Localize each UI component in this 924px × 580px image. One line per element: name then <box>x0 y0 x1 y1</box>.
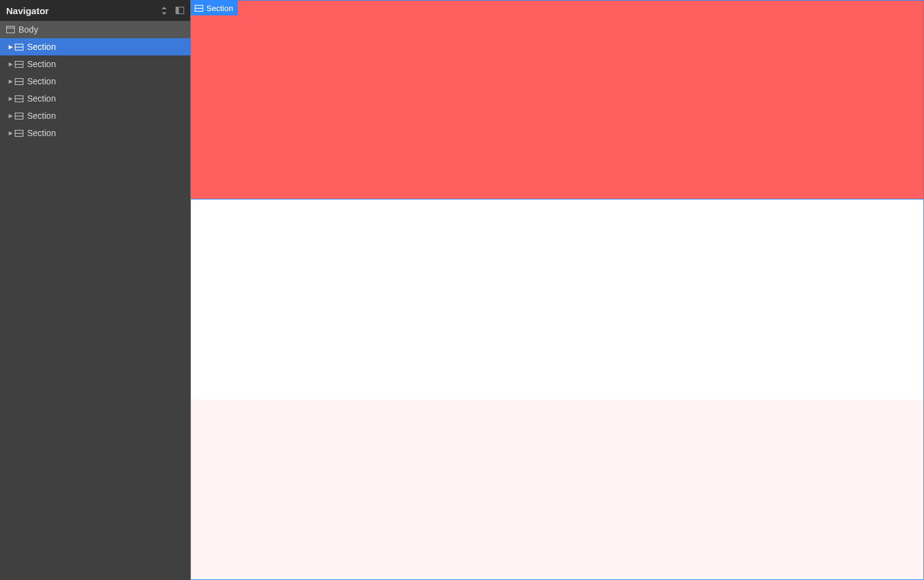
collapse-all-icon[interactable] <box>160 7 168 15</box>
tree-section-label: Section <box>27 42 56 52</box>
expand-icon[interactable]: ▶ <box>7 78 14 84</box>
expand-icon[interactable]: ▶ <box>7 113 14 119</box>
section-icon <box>15 78 23 85</box>
canvas-sections: Section <box>191 1 923 579</box>
navigator-title: Navigator <box>6 6 49 16</box>
tree-section-row-0[interactable]: ▶ Section <box>0 38 190 55</box>
tree-section-row-1[interactable]: ▶ Section <box>0 55 190 73</box>
navigator-header: Navigator <box>0 0 190 21</box>
selection-label-tab[interactable]: Section <box>191 1 238 15</box>
expand-icon[interactable]: ▶ <box>7 61 14 67</box>
expand-icon[interactable]: ▶ <box>7 44 14 50</box>
panel-toggle-icon[interactable] <box>176 7 184 14</box>
navigator-header-actions <box>160 7 184 15</box>
navigator-panel: Navigator <box>0 0 190 580</box>
tree-section-label: Section <box>27 59 56 69</box>
tree-section-label: Section <box>27 128 56 138</box>
expand-icon[interactable]: ▶ <box>7 130 14 136</box>
tree-section-row-3[interactable]: ▶ Section <box>0 90 190 107</box>
expand-icon[interactable]: ▶ <box>7 95 14 102</box>
tree-section-row-5[interactable]: ▶ Section <box>0 124 190 142</box>
canvas[interactable]: Section <box>190 0 924 580</box>
section-icon <box>15 95 23 102</box>
navigator-tree: Body ▶ Section ▶ <box>0 21 190 580</box>
tree-section-label: Section <box>27 94 56 103</box>
tree-body-row[interactable]: Body <box>0 21 190 38</box>
section-icon <box>15 130 23 137</box>
app-root: Navigator <box>0 0 924 580</box>
tree-section-row-2[interactable]: ▶ Section <box>0 73 190 90</box>
tree-section-label: Section <box>27 111 56 121</box>
body-icon <box>6 26 15 33</box>
tree-section-label: Section <box>27 76 56 86</box>
svg-rect-1 <box>176 7 179 14</box>
canvas-section-2[interactable] <box>191 400 923 579</box>
section-icon <box>195 5 203 12</box>
svg-rect-2 <box>7 26 15 33</box>
section-icon <box>15 44 23 50</box>
canvas-section-1[interactable] <box>191 199 923 400</box>
section-icon <box>15 61 23 68</box>
tree-section-row-4[interactable]: ▶ Section <box>0 107 190 124</box>
canvas-section-0[interactable]: Section <box>191 1 923 199</box>
tree-body-label: Body <box>18 25 38 34</box>
section-icon <box>15 113 23 119</box>
selection-label-text: Section <box>206 4 233 13</box>
